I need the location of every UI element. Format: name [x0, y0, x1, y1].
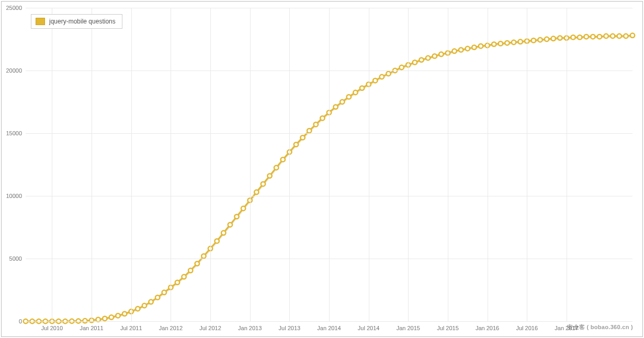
- x-tick-label: Jul 2012: [199, 325, 221, 331]
- data-point[interactable]: [300, 135, 304, 139]
- data-point[interactable]: [571, 35, 575, 39]
- data-point[interactable]: [617, 34, 622, 38]
- data-point[interactable]: [386, 72, 390, 76]
- grid-line-v: [448, 8, 448, 321]
- data-point[interactable]: [314, 122, 318, 126]
- data-point[interactable]: [195, 261, 199, 265]
- x-tick-label: Jan 2014: [317, 325, 341, 331]
- y-tick-label: 0: [1, 318, 22, 324]
- grid-line-v: [369, 8, 369, 321]
- grid-line-v: [250, 8, 251, 321]
- data-point[interactable]: [558, 36, 562, 40]
- data-point[interactable]: [254, 190, 258, 194]
- grid-line-v: [488, 8, 488, 321]
- data-point[interactable]: [182, 275, 186, 279]
- data-point[interactable]: [347, 95, 351, 99]
- data-point[interactable]: [155, 295, 160, 299]
- data-point[interactable]: [611, 34, 615, 38]
- data-point[interactable]: [551, 37, 555, 41]
- grid-line-v: [52, 8, 52, 321]
- data-point[interactable]: [505, 41, 509, 45]
- data-point[interactable]: [413, 60, 417, 64]
- data-point[interactable]: [274, 166, 278, 170]
- grid-line-v: [210, 8, 211, 321]
- x-tick-label: Jan 2016: [476, 325, 499, 331]
- data-point[interactable]: [214, 239, 219, 243]
- x-tick-label: Jul 2014: [358, 325, 380, 331]
- data-point[interactable]: [399, 65, 403, 69]
- data-point[interactable]: [320, 116, 324, 120]
- data-point[interactable]: [149, 300, 153, 304]
- data-point[interactable]: [228, 223, 232, 227]
- data-point[interactable]: [512, 40, 516, 44]
- data-point[interactable]: [518, 40, 522, 44]
- data-point[interactable]: [353, 90, 357, 95]
- data-point[interactable]: [221, 231, 225, 235]
- data-point[interactable]: [584, 34, 589, 39]
- data-point[interactable]: [380, 75, 384, 79]
- watermark: 安全客 ( bobao.360.cn ): [567, 323, 633, 331]
- data-point[interactable]: [624, 34, 628, 38]
- data-point[interactable]: [630, 33, 635, 38]
- data-point[interactable]: [122, 311, 127, 316]
- data-point[interactable]: [597, 34, 602, 39]
- x-tick-label: Jul 2010: [41, 325, 63, 331]
- grid-line-v: [527, 8, 527, 321]
- data-point[interactable]: [604, 34, 608, 38]
- grid-line-v: [131, 8, 132, 321]
- data-point[interactable]: [419, 57, 423, 62]
- data-point[interactable]: [294, 142, 298, 146]
- data-point[interactable]: [175, 280, 179, 284]
- data-point[interactable]: [433, 54, 437, 58]
- data-point[interactable]: [439, 52, 443, 56]
- x-tick-label: Jul 2013: [279, 325, 301, 331]
- data-point[interactable]: [591, 34, 595, 39]
- grid-line-v: [92, 8, 92, 321]
- x-tick-label: Jan 2012: [159, 325, 183, 331]
- chart-container: 0500010000150002000025000 Jul 2010Jan 20…: [1, 1, 643, 337]
- data-point[interactable]: [333, 104, 337, 109]
- y-tick-label: 15000: [1, 130, 22, 136]
- data-point[interactable]: [201, 254, 206, 258]
- data-point[interactable]: [135, 307, 140, 311]
- data-point[interactable]: [472, 45, 476, 49]
- data-point[interactable]: [545, 37, 549, 41]
- data-point[interactable]: [360, 86, 364, 90]
- grid-line-v: [289, 8, 290, 321]
- data-point[interactable]: [307, 129, 311, 133]
- data-point[interactable]: [162, 290, 166, 295]
- data-point[interactable]: [426, 56, 430, 60]
- y-tick-label: 25000: [1, 5, 22, 11]
- data-point[interactable]: [492, 42, 496, 46]
- data-point[interactable]: [241, 206, 245, 211]
- data-point[interactable]: [116, 313, 120, 318]
- data-point[interactable]: [109, 315, 114, 319]
- data-point[interactable]: [532, 38, 536, 42]
- data-point[interactable]: [281, 157, 285, 161]
- data-point[interactable]: [578, 35, 582, 39]
- grid-line-v: [567, 8, 567, 321]
- x-tick-label: Jul 2016: [516, 325, 538, 331]
- data-point[interactable]: [466, 46, 470, 51]
- x-tick-label: Jul 2015: [437, 325, 459, 331]
- grid-line-v: [329, 8, 330, 321]
- x-tick-label: Jan 2013: [238, 325, 262, 331]
- legend-swatch: [36, 18, 45, 25]
- data-point[interactable]: [267, 173, 272, 178]
- data-point[interactable]: [452, 49, 456, 53]
- data-point[interactable]: [261, 182, 265, 186]
- data-point[interactable]: [459, 48, 463, 52]
- grid-line-v: [408, 8, 409, 321]
- data-point[interactable]: [479, 44, 483, 48]
- data-point[interactable]: [142, 304, 146, 308]
- data-point[interactable]: [234, 214, 239, 218]
- x-tick-label: Jan 2015: [397, 325, 420, 331]
- data-point[interactable]: [188, 269, 193, 273]
- y-tick-label: 5000: [1, 255, 22, 262]
- data-point[interactable]: [499, 41, 503, 45]
- data-point[interactable]: [538, 38, 542, 42]
- grid-line-v: [171, 8, 171, 321]
- data-point[interactable]: [103, 317, 107, 321]
- data-point[interactable]: [373, 78, 377, 83]
- data-point[interactable]: [340, 100, 344, 104]
